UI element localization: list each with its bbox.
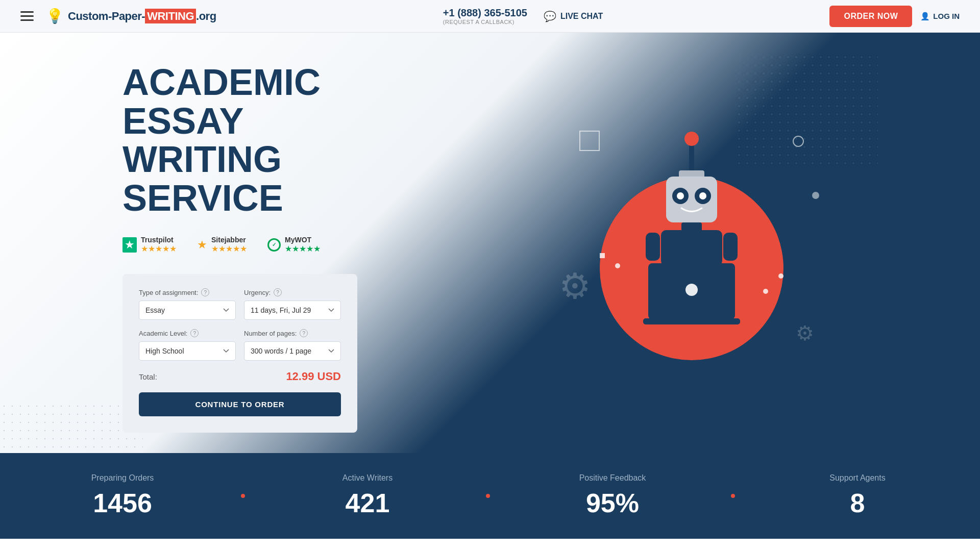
sitejabber-rating: ★ Sitejabber ★★★★★ <box>197 236 247 254</box>
urgency-help-icon[interactable]: ? <box>274 288 282 296</box>
continue-button[interactable]: CONTINUE TO ORDER <box>139 392 341 416</box>
mywot-stars: ★★★★★ <box>285 244 321 254</box>
user-icon: 👤 <box>920 12 930 21</box>
stat-writers: Active Writers 421 <box>245 473 490 518</box>
academic-select[interactable]: High School <box>139 341 236 361</box>
total-label: Total: <box>139 372 157 381</box>
pages-select[interactable]: 300 words / 1 page <box>244 341 341 361</box>
mywot-rating: ✓ MyWOT ★★★★★ <box>267 236 321 254</box>
order-now-button[interactable]: ORDER NOW <box>829 6 912 27</box>
mywot-icon: ✓ <box>267 238 281 252</box>
dot-1 <box>600 253 605 258</box>
hero-left: ACADEMIC ESSAY WRITING SERVICE ★ Trustpi… <box>0 33 373 453</box>
svg-rect-11 <box>723 233 738 261</box>
svg-point-1 <box>684 132 699 146</box>
urgency-label: Urgency: ? <box>244 288 341 296</box>
gear-left: ⚙ <box>559 268 591 304</box>
form-row-1: Type of assignment: ? Essay Urgency: ? 1… <box>139 288 341 320</box>
svg-rect-14 <box>643 318 740 324</box>
deco-dot-1 <box>812 192 819 199</box>
stat-writers-label: Active Writers <box>276 473 459 483</box>
svg-rect-10 <box>646 233 660 261</box>
assignment-label: Type of assignment: ? <box>139 288 236 296</box>
bottom-section: BUY OUR CUSTOM ESSAY WRITING AND SUBMIT … <box>0 539 980 551</box>
hamburger-menu[interactable] <box>20 11 34 21</box>
trustpilot-icon: ★ <box>122 237 137 253</box>
svg-rect-9 <box>661 230 722 266</box>
stat-writers-value: 421 <box>276 488 459 518</box>
logo-text: Custom-Paper-WRITING.org <box>68 10 216 23</box>
svg-point-13 <box>685 284 698 296</box>
assignment-help-icon[interactable]: ? <box>201 288 209 296</box>
stat-support-value: 8 <box>766 488 949 518</box>
total-row: Total: 12.99 USD <box>139 370 341 383</box>
stat-feedback-label: Positive Feedback <box>521 473 704 483</box>
stat-preparing: Preparing Orders 1456 <box>0 473 245 518</box>
urgency-select[interactable]: 11 days, Fri, Jul 29 <box>244 300 341 320</box>
assignment-select[interactable]: Essay <box>139 300 236 320</box>
header-right: ORDER NOW 👤 LOG IN <box>829 6 960 27</box>
robot-illustration: ⚙ ⚙ <box>549 110 835 375</box>
mywot-label: MyWOT <box>285 236 321 244</box>
phone-block: +1 (888) 365-5105 (REQUEST A CALLBACK) <box>443 7 527 25</box>
hero-title: ACADEMIC ESSAY WRITING SERVICE <box>122 63 373 217</box>
order-form: Type of assignment: ? Essay Urgency: ? 1… <box>122 274 357 433</box>
academic-help-icon[interactable]: ? <box>190 329 199 337</box>
stat-preparing-label: Preparing Orders <box>31 473 214 483</box>
sitejabber-stars: ★★★★★ <box>211 244 247 254</box>
svg-point-6 <box>677 192 684 199</box>
deco-circle-2 <box>793 136 804 147</box>
assignment-group: Type of assignment: ? Essay <box>139 288 236 320</box>
stat-feedback: Positive Feedback 95% <box>490 473 735 518</box>
chat-icon: 💬 <box>544 10 556 22</box>
svg-point-7 <box>699 192 706 199</box>
stat-support: Support Agents 8 <box>735 473 980 518</box>
hero-right: ⚙ ⚙ <box>373 33 980 453</box>
trustpilot-stars: ★★★★★ <box>141 244 177 254</box>
callback-text: (REQUEST A CALLBACK) <box>443 19 527 25</box>
stat-support-label: Support Agents <box>766 473 949 483</box>
header: 💡 Custom-Paper-WRITING.org +1 (888) 365-… <box>0 0 980 33</box>
deco-circle-1 <box>579 131 600 151</box>
phone-number[interactable]: +1 (888) 365-5105 <box>443 7 527 19</box>
pages-group: Number of pages: ? 300 words / 1 page <box>244 329 341 361</box>
total-price: 12.99 USD <box>286 370 341 383</box>
urgency-group: Urgency: ? 11 days, Fri, Jul 29 <box>244 288 341 320</box>
sitejabber-icon: ★ <box>197 238 207 252</box>
logo[interactable]: 💡 Custom-Paper-WRITING.org <box>46 8 216 24</box>
login-button[interactable]: 👤 LOG IN <box>920 12 960 21</box>
trustpilot-rating: ★ Trustpilot ★★★★★ <box>122 236 177 254</box>
academic-group: Academic Level: ? High School <box>139 329 236 361</box>
robot-svg <box>620 131 763 375</box>
header-left: 💡 Custom-Paper-WRITING.org <box>20 8 216 24</box>
stats-section: Preparing Orders 1456 Active Writers 421… <box>0 453 980 539</box>
stat-preparing-value: 1456 <box>31 488 214 518</box>
live-chat-button[interactable]: 💬 LIVE CHAT <box>544 10 603 22</box>
gear-right: ⚙ <box>796 321 814 345</box>
academic-label: Academic Level: ? <box>139 329 236 337</box>
pages-label: Number of pages: ? <box>244 329 341 337</box>
logo-icon: 💡 <box>46 8 64 24</box>
header-center: +1 (888) 365-5105 (REQUEST A CALLBACK) 💬… <box>443 7 603 25</box>
pages-help-icon[interactable]: ? <box>300 329 308 337</box>
stat-feedback-value: 95% <box>521 488 704 518</box>
sitejabber-label: Sitejabber <box>211 236 247 244</box>
ratings-row: ★ Trustpilot ★★★★★ ★ Sitejabber ★★★★★ ✓ … <box>122 236 373 254</box>
hero-section: ACADEMIC ESSAY WRITING SERVICE ★ Trustpi… <box>0 33 980 453</box>
trustpilot-label: Trustpilot <box>141 236 177 244</box>
form-row-2: Academic Level: ? High School Number of … <box>139 329 341 361</box>
